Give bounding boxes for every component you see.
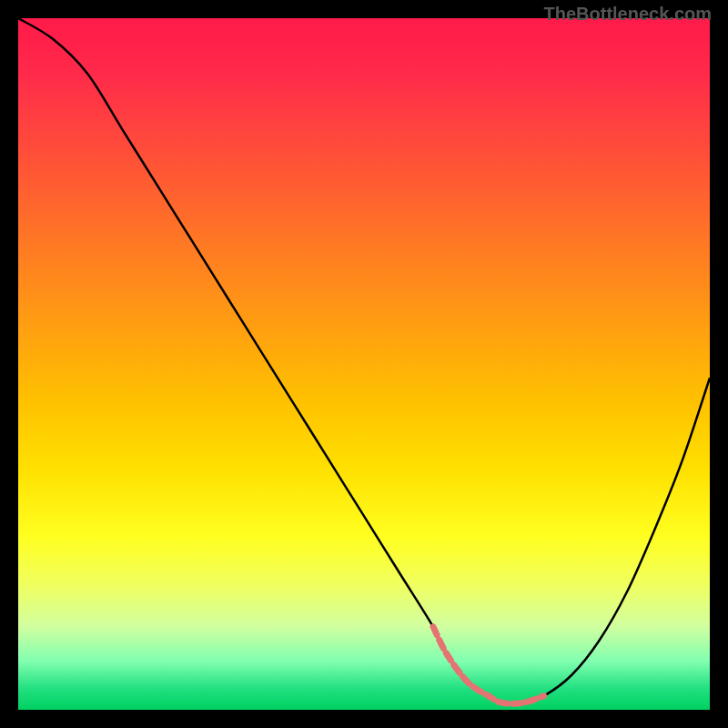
curve-layer <box>18 18 710 710</box>
bottleneck-curve <box>18 18 710 703</box>
optimal-range-highlight <box>433 627 544 704</box>
watermark-text: TheBottleneck.com <box>544 4 712 25</box>
plot-area <box>18 18 710 710</box>
